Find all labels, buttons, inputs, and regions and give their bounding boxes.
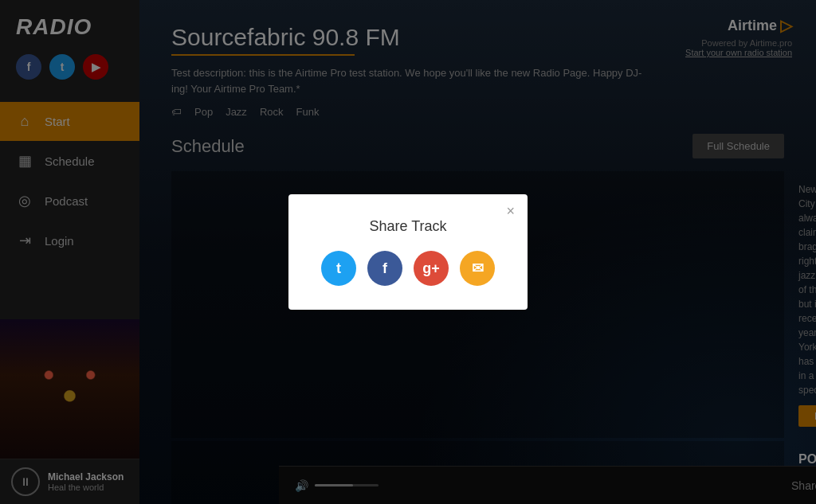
share-email-button[interactable]: ✉	[460, 251, 495, 286]
modal-overlay[interactable]: × Share Track t f g+ ✉	[0, 0, 816, 504]
share-twitter-button[interactable]: t	[321, 251, 356, 286]
share-facebook-button[interactable]: f	[367, 251, 402, 286]
modal-close-button[interactable]: ×	[506, 204, 515, 218]
share-googleplus-button[interactable]: g+	[414, 251, 449, 286]
modal-social-icons: t f g+ ✉	[320, 251, 496, 286]
modal-title: Share Track	[320, 218, 496, 235]
share-track-modal: × Share Track t f g+ ✉	[288, 194, 528, 310]
